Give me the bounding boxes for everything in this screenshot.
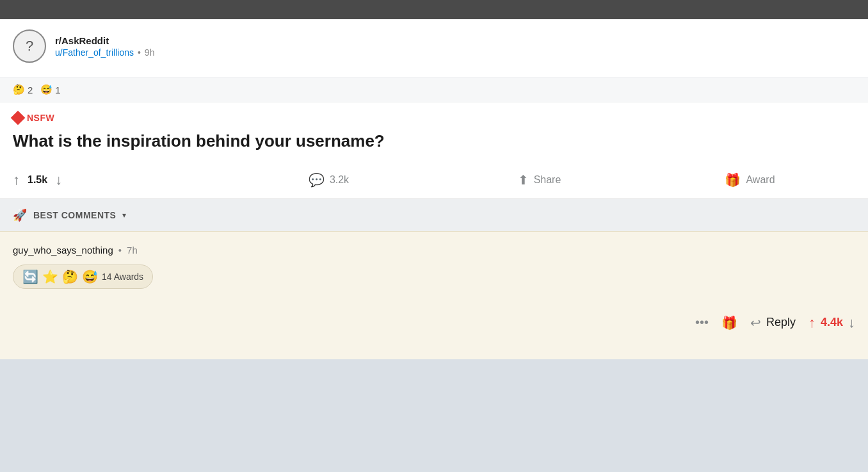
username[interactable]: u/Father_of_trillions [55,47,134,58]
best-comments-bar: 🚀 BEST COMMENTS ▾ [0,199,868,231]
nsfw-diamond-icon [11,111,26,126]
separator-dot: • [138,47,141,58]
rocket-icon: 🚀 [13,208,27,222]
user-time: u/Father_of_trillions • 9h [55,47,154,58]
award-icon: 🎁 [725,172,741,188]
share-label: Share [534,174,561,186]
chevron-down-icon[interactable]: ▾ [122,211,126,220]
vote-count: 1.5k [28,174,47,186]
downvote-button[interactable]: ↓ [55,172,62,188]
sort-label: BEST COMMENTS [33,210,116,220]
nsfw-badge: NSFW [0,102,868,126]
comment-award-2: ⭐ [42,269,58,284]
share-button[interactable]: ⬆ Share [434,172,645,188]
action-bar: ↑ 1.5k ↓ 💬 3.2k ⬆ Share 🎁 Award [0,165,868,199]
share-icon: ⬆ [518,172,529,188]
more-options-button[interactable]: ••• [695,315,709,330]
comment-upvote-button[interactable]: ↑ [808,314,816,331]
award-button[interactable]: 🎁 Award [645,172,855,188]
comment-header: guy_who_says_nothing • 7h [13,245,855,256]
comment-separator: • [118,245,122,256]
post-time: 9h [145,47,155,58]
reply-button[interactable]: ↩ Reply [750,315,796,330]
award-item-1: 🤔 2 [13,84,33,95]
comment-awards-badge: 🔄 ⭐ 🤔 😅 14 Awards [13,264,153,289]
comment-icon: 💬 [309,172,325,188]
comment-card: guy_who_says_nothing • 7h 🔄 ⭐ 🤔 😅 14 Awa… [0,231,868,359]
comment-award-4: 😅 [82,269,98,284]
awards-bar: 🤔 2 😅 1 [0,77,868,102]
comment-action-bar: ••• 🎁 ↩ Reply ↑ 4.4k ↓ [13,289,855,331]
post-meta: r/AskReddit u/Father_of_trillions • 9h [55,35,154,58]
subreddit-name[interactable]: r/AskReddit [55,35,154,46]
reply-icon: ↩ [750,315,761,330]
comment-username[interactable]: guy_who_says_nothing [13,245,113,256]
gift-button[interactable]: 🎁 [721,315,737,330]
comment-button[interactable]: 💬 3.2k [223,172,434,188]
post-title: What is the inspiration behind your user… [0,126,868,165]
nsfw-label: NSFW [27,113,54,123]
vote-section: ↑ 1.5k ↓ [13,172,223,188]
comment-vote-count: 4.4k [821,316,843,329]
comment-downvote-button[interactable]: ↓ [848,314,855,331]
award-emoji-1: 🤔 [13,84,25,95]
post-container: ? r/AskReddit u/Father_of_trillions • 9h [0,19,868,77]
award-label: Award [746,174,775,186]
post-header: ? r/AskReddit u/Father_of_trillions • 9h [13,29,855,63]
comment-count: 3.2k [330,174,349,186]
award-emoji-2: 😅 [40,84,52,95]
award-item-2: 😅 1 [40,84,60,95]
comment-vote-section: ↑ 4.4k ↓ [808,314,855,331]
avatar: ? [13,29,46,63]
top-bar [0,0,868,19]
award-count-1: 2 [28,85,33,95]
comment-time: 7h [127,245,138,256]
reply-label: Reply [766,316,796,329]
upvote-button[interactable]: ↑ [13,172,20,188]
awards-count: 14 Awards [102,272,143,282]
award-count-2: 1 [55,85,60,95]
comment-award-1: 🔄 [22,269,38,284]
comment-award-3: 🤔 [62,269,78,284]
